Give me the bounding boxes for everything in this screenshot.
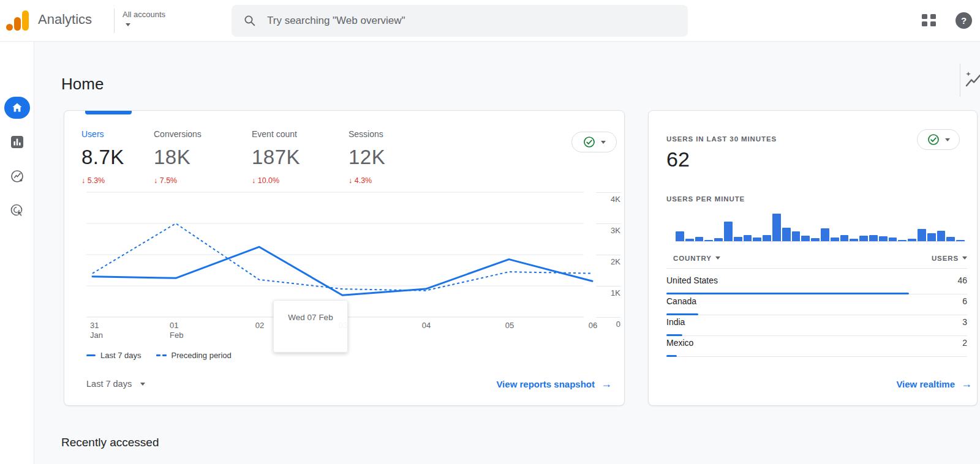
metric-tab-event-count[interactable]: Event count 187K ↓ 10.0% <box>252 129 337 185</box>
users-per-minute-bar <box>869 235 878 241</box>
y-tick-label: 3K <box>578 226 620 235</box>
metric-change: ↓ 10.0% <box>252 176 337 185</box>
down-arrow-icon: ↓ <box>252 176 255 185</box>
users-per-minute-bar <box>850 239 858 242</box>
tooltip-date: Wed 07 Feb <box>288 313 333 322</box>
users-per-minute-bar <box>821 228 829 241</box>
insights-icon <box>965 71 980 88</box>
data-quality-badge[interactable] <box>571 132 617 152</box>
users-per-minute-bar <box>801 236 810 241</box>
users-per-minute-bar <box>927 233 936 241</box>
data-quality-check-icon <box>927 133 940 146</box>
date-range-selector[interactable]: Last 7 days <box>86 379 145 389</box>
account-selector-label: All accounts <box>123 10 165 19</box>
country-column-header[interactable]: COUNTRY <box>673 255 720 262</box>
search-icon <box>244 15 256 27</box>
users-per-minute-bar <box>772 214 781 241</box>
users-per-minute-chart <box>676 214 965 242</box>
users-per-minute-bar <box>879 236 888 241</box>
users-per-minute-bar <box>763 235 771 241</box>
solid-line-swatch-icon <box>86 354 96 356</box>
caret-down-icon <box>140 383 145 386</box>
x-tick-label: 05 <box>500 321 519 331</box>
users-per-minute-bar <box>685 239 694 242</box>
top-bar: Analytics All accounts ? <box>0 0 980 42</box>
users-per-minute-label: USERS PER MINUTE <box>666 195 745 203</box>
users-per-minute-bar <box>724 222 733 241</box>
data-quality-check-icon <box>583 136 595 148</box>
down-arrow-icon: ↓ <box>154 176 157 185</box>
metric-change: ↓ 7.5% <box>154 176 239 185</box>
down-arrow-icon: ↓ <box>81 176 85 185</box>
users-per-minute-bar <box>714 238 723 241</box>
selected-metric-indicator <box>85 111 132 114</box>
country-row: United States 46 <box>666 274 967 294</box>
caret-down-icon <box>945 138 950 141</box>
active-users-count: 62 <box>666 148 690 171</box>
users-per-minute-bar <box>792 231 801 241</box>
analytics-logo-icon[interactable] <box>6 10 29 31</box>
view-realtime-link[interactable]: View realtime → <box>896 378 972 391</box>
chart-tooltip: Wed 07 Feb <box>273 300 348 353</box>
down-arrow-icon: ↓ <box>349 176 352 185</box>
users-per-minute-bar <box>734 237 742 241</box>
header-divider <box>114 9 115 33</box>
y-tick-label: 4K <box>578 195 620 204</box>
country-table-header: COUNTRY USERS <box>673 255 967 262</box>
data-quality-badge[interactable] <box>917 129 960 150</box>
users-per-minute-bar <box>889 238 897 241</box>
users-per-minute-bar <box>782 228 791 241</box>
search-bar[interactable] <box>232 5 688 37</box>
users-per-minute-bar <box>898 240 907 241</box>
sidebar-nav: ⚙ <box>0 42 34 464</box>
advertising-icon <box>10 203 24 218</box>
last-7-days-line <box>92 247 592 295</box>
recently-accessed-heading: Recently accessed <box>61 436 159 449</box>
table-divider <box>666 268 967 269</box>
page-title: Home <box>61 75 104 94</box>
chart-legend: Last 7 days Preceding period <box>86 351 232 360</box>
view-reports-snapshot-link[interactable]: View reports snapshot → <box>496 378 612 391</box>
users-per-minute-bar <box>744 235 752 241</box>
caret-down-icon <box>601 141 606 144</box>
sidebar-item-explore[interactable] <box>0 163 34 190</box>
metric-change: ↓ 4.3% <box>349 176 434 185</box>
users-per-minute-bar <box>859 236 868 241</box>
product-name: Analytics <box>38 12 92 28</box>
caret-down-icon <box>962 256 967 260</box>
overview-card: Users 8.7K ↓ 5.3% Conversions 18K ↓ 7.5%… <box>64 110 625 406</box>
ga-home-page: Analytics All accounts ? <box>0 0 980 464</box>
apps-grid-icon[interactable] <box>922 14 937 27</box>
explore-icon <box>10 170 24 183</box>
x-tick-label: 31 Jan <box>90 321 110 340</box>
arrow-right-icon: → <box>961 378 972 391</box>
users-per-minute-bar <box>908 239 916 241</box>
users-per-minute-bar <box>831 238 839 241</box>
realtime-title: USERS IN LAST 30 MINUTES <box>666 135 777 143</box>
y-tick-label: 2K <box>578 257 620 266</box>
legend-item-last-7-days: Last 7 days <box>86 351 141 360</box>
caret-down-icon <box>126 23 130 26</box>
country-row: India 3 <box>666 315 967 336</box>
help-icon[interactable]: ? <box>956 12 972 29</box>
country-row: Canada 6 <box>666 294 967 315</box>
account-selector[interactable]: All accounts <box>123 9 165 26</box>
sidebar-item-advertising[interactable] <box>0 197 34 224</box>
insights-button[interactable] <box>965 71 980 88</box>
sidebar-item-reports[interactable] <box>0 129 34 155</box>
country-row: Mexico 2 <box>666 336 967 357</box>
x-tick-label: 06 <box>583 321 603 331</box>
reports-icon <box>11 136 23 148</box>
x-tick-label: 04 <box>417 321 436 331</box>
country-bar <box>666 355 677 357</box>
arrow-right-icon: → <box>601 378 612 391</box>
metric-tab-sessions[interactable]: Sessions 12K ↓ 4.3% <box>349 129 434 185</box>
sidebar-item-home[interactable] <box>0 94 34 121</box>
users-per-minute-bar <box>956 240 965 241</box>
users-per-minute-bar <box>753 238 761 241</box>
metric-tab-conversions[interactable]: Conversions 18K ↓ 7.5% <box>154 129 239 185</box>
home-icon <box>4 97 30 119</box>
preceding-period-line <box>92 223 592 291</box>
search-input[interactable] <box>266 14 676 28</box>
users-column-header[interactable]: USERS <box>932 255 967 262</box>
